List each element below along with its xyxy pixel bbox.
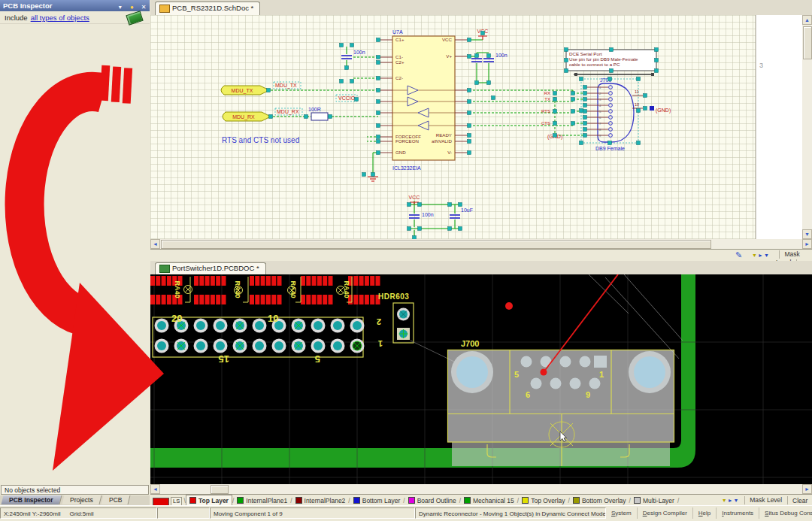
schematic-canvas[interactable]: 3 C1+ C1- C2+ C2- FORCEOFF	[150, 15, 802, 239]
layer-color-swatch	[408, 497, 415, 504]
svg-text:10: 10	[635, 102, 639, 107]
svg-text:J700: J700	[461, 339, 479, 348]
layer-color-swatch	[522, 497, 529, 504]
svg-text:C1-: C1-	[395, 54, 403, 59]
filter-icons[interactable]: ▼►▼	[752, 251, 770, 259]
svg-text:RA40: RA40	[174, 280, 181, 298]
sheet-gutter	[756, 15, 802, 239]
vcc-label-bottom: VCC	[409, 195, 420, 200]
close-icon[interactable]: ✕	[139, 3, 148, 11]
schematic-tab-bar: PCB_RS2321D.SchDoc *	[150, 0, 812, 16]
svg-text:RA40: RA40	[234, 280, 241, 298]
object-types-link[interactable]: all types of objects	[31, 14, 89, 22]
status-spacer	[157, 507, 210, 519]
svg-text:FORCEON: FORCEON	[395, 138, 419, 144]
pcb-chip-icon	[126, 11, 143, 25]
layer-tab-board-outline[interactable]: Board Outline	[405, 495, 459, 506]
svg-text:TX: TX	[544, 97, 550, 101]
schematic-annotation: RTS and CTS not used	[222, 136, 299, 144]
cursor-coordinates: X:2450mil Y:-2960milGrid:5mil	[0, 507, 157, 519]
svg-text:20: 20	[171, 313, 182, 324]
schematic-drawing: 3 C1+ C1- C2+ C2- FORCEOFF	[150, 15, 802, 239]
svg-text:V-: V-	[447, 150, 452, 155]
svg-text:5: 5	[315, 353, 320, 365]
layer-tab-multi-layer[interactable]: Multi-Layer	[631, 495, 677, 506]
layer-color-swatch	[573, 497, 580, 504]
layer-color-swatch	[237, 497, 244, 504]
layer-tab-strip: LS \Top Layer/InternalPlane1/InternalPla…	[150, 494, 812, 506]
ic-rs232-transceiver[interactable]: C1+ C1- C2+ C2- FORCEOFF FORCEON GND VCC…	[380, 29, 468, 171]
note-box[interactable]: DCE Serial Port Use pin for pin DB9 Male…	[566, 50, 656, 71]
svg-text:1: 1	[378, 339, 383, 348]
connect-dot	[541, 369, 547, 376]
power-label-vccio: VCCIO	[338, 95, 356, 101]
svg-text:C2+: C2+	[395, 59, 404, 65]
svg-text:100n: 100n	[495, 53, 508, 58]
port-rx[interactable]: MDU_RX	[223, 112, 271, 121]
j700-connector[interactable]: 5 1 6 9 J700	[447, 339, 674, 466]
ic-part-number: ICL3232EIA	[392, 165, 421, 171]
tab-schdoc[interactable]: PCB_RS2321D.SchDoc *	[155, 2, 260, 15]
schematic-hscrollbar[interactable]: ◄ ►	[150, 239, 812, 249]
layer-tab-bottom-overlay[interactable]: Bottom Overlay	[570, 495, 629, 506]
series-resistor[interactable]: 100R	[308, 107, 328, 120]
layer-tab-bottom-layer[interactable]: Bottom Layer	[350, 495, 404, 506]
panel-tab-pcb-inspector[interactable]: PCB Inspector	[2, 495, 62, 504]
svg-text:RX: RX	[544, 91, 550, 95]
layer-color-swatch	[353, 497, 360, 504]
status-menus: SystemDesign CompilerHelpInstrumentsSitu…	[606, 507, 812, 519]
dropdown-icon[interactable]: ▾	[116, 3, 125, 11]
panel-title-bar[interactable]: PCB Inspector ▾ ● ✕	[0, 0, 150, 11]
svg-text:MDU_TX: MDU_TX	[232, 88, 253, 94]
ic-designator: U7A	[392, 29, 403, 35]
svg-text:100R: 100R	[308, 107, 321, 112]
svg-text:GND: GND	[395, 150, 406, 155]
svg-text:READY: READY	[436, 132, 452, 138]
altium-workspace: PCB Inspector ▾ ● ✕ Includeall types of …	[0, 0, 812, 521]
status-menu-design-compiler[interactable]: Design Compiler	[638, 507, 693, 519]
layer-set-box[interactable]: LS	[171, 497, 182, 506]
pcb-doc-icon	[159, 265, 170, 273]
svg-text:HDR603: HDR603	[378, 292, 409, 301]
panel-title: PCB Inspector	[3, 2, 52, 10]
net-label-tx: MDU_TX	[275, 83, 297, 89]
layer-color-swatch	[295, 497, 302, 504]
panel-tab-projects[interactable]: Projects	[62, 495, 102, 504]
status-menu-instruments[interactable]: Instruments	[717, 507, 759, 519]
include-label: Include	[5, 14, 28, 22]
port-tx[interactable]: MDU_TX	[221, 86, 269, 95]
pcb-canvas[interactable]: RA40RA40RA40RA40 20 10 15 5 2 1 HDR603	[150, 274, 812, 484]
pcb-clear-button[interactable]: Clear	[792, 495, 812, 506]
svg-text:C1+: C1+	[395, 37, 404, 42]
schematic-doc-icon	[159, 5, 170, 13]
pcb-hscrollbar[interactable]: ◄ ►	[150, 484, 812, 494]
layer-tab-mechanical-15[interactable]: Mechanical 15	[461, 495, 517, 506]
svg-text:MDU_RX: MDU_RX	[232, 114, 255, 120]
edit-icon[interactable]: ✎	[735, 250, 742, 260]
svg-text:10: 10	[268, 313, 278, 324]
net-label-rx: MDU_RX	[277, 109, 299, 115]
mode-status: Dynamic Reconnector - Moving 1 Object(s)…	[415, 507, 606, 519]
layer-color-swatch	[634, 497, 641, 504]
panel-tab-strip: PCB InspectorProjectsPCB	[0, 495, 150, 505]
pcb-inspector-panel: PCB Inspector ▾ ● ✕ Includeall types of …	[0, 0, 151, 505]
layer-color-swatch	[464, 497, 471, 504]
db9-connector[interactable]: 123456789 11 10 (GND) J700 DB9 Female	[581, 77, 671, 151]
pcb-mask-level-button[interactable]: Mask Level	[750, 496, 782, 504]
panel-tab-pcb[interactable]: PCB	[102, 495, 131, 504]
status-menu-help[interactable]: Help	[693, 507, 717, 519]
status-menu-situs-debug-console[interactable]: Situs Debug Console	[759, 507, 812, 519]
layer-tab-top-layer[interactable]: Top Layer	[186, 495, 232, 506]
sheet-zone-label: 3	[759, 62, 763, 69]
status-menu-system[interactable]: System	[606, 507, 638, 519]
schematic-vscrollbar[interactable]: ▲ ▼	[802, 15, 812, 239]
layer-tab-top-overlay[interactable]: Top Overlay	[519, 495, 568, 506]
svg-text:10uF: 10uF	[461, 207, 473, 213]
tab-pcbdoc[interactable]: PortSwitcher1D.PCBDOC *	[155, 262, 266, 274]
layer-tab-internalplane1[interactable]: InternalPlane1	[234, 495, 290, 506]
svg-text:(GND): (GND)	[656, 108, 671, 114]
pin-icon[interactable]: ●	[127, 3, 136, 11]
layer-tab-internalplane2[interactable]: InternalPlane2	[292, 495, 349, 506]
svg-text:Use pin for pin DB9 Male-Femal: Use pin for pin DB9 Male-Female	[569, 56, 638, 62]
connect-dot-2	[505, 302, 513, 310]
